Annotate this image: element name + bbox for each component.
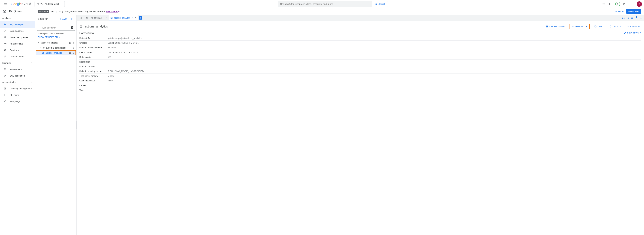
svg-rect-57 (631, 17, 633, 18)
user-avatar[interactable]: D (636, 1, 642, 7)
collapse-panel-button[interactable] (70, 16, 75, 22)
tab-label: actions_analytics (114, 16, 130, 19)
svg-point-47 (74, 52, 74, 52)
svg-point-68 (572, 26, 573, 27)
global-search-button[interactable]: Search (372, 1, 388, 7)
delete-button[interactable]: DELETE (608, 24, 622, 29)
info-icon[interactable] (626, 16, 629, 19)
info-row: Data locationUS (79, 55, 641, 60)
info-value: Jul 24, 2023, 4:56:51 PM UTC-7 (108, 41, 641, 45)
svg-point-36 (74, 42, 74, 42)
edit-details-button[interactable]: EDIT DETAILS (624, 32, 641, 34)
upgrade-button[interactable]: UPGRADE (626, 9, 641, 14)
svg-rect-32 (4, 89, 5, 90)
project-label: ydtak-test-project (41, 42, 58, 44)
help-icon[interactable] (622, 2, 627, 6)
learn-more-link[interactable]: Learn more (106, 10, 120, 13)
keyboard-icon[interactable] (631, 16, 634, 19)
svg-rect-51 (111, 17, 112, 18)
sidebar-item-scheduled-queries[interactable]: Scheduled queries (0, 34, 35, 40)
sidebar-item-label: Data transfers (10, 30, 24, 32)
tree-dataset-row[interactable]: actions_analytics (36, 50, 76, 55)
sidebar-item-partner-center[interactable]: Partner Center (0, 53, 35, 60)
sidebar-item-bi-engine[interactable]: BI Engine (0, 92, 35, 98)
create-table-button[interactable]: CREATE TABLE (545, 24, 566, 29)
sidebar-item-analytics-hub[interactable]: Analytics Hub (0, 40, 35, 47)
svg-point-55 (112, 18, 112, 18)
sidebar-item-label: BI Engine (10, 94, 19, 96)
avatar-initial: D (638, 3, 640, 6)
sidebar-item-policy-tags[interactable]: Policy tags (0, 98, 35, 104)
more-vert-icon[interactable] (630, 2, 634, 6)
info-row: Description (79, 60, 641, 64)
svg-point-10 (604, 4, 604, 4)
left-sidebar: Analysis SQL workspace Data transfers Sc… (0, 15, 36, 235)
help-hint-icon[interactable]: ? (71, 26, 73, 29)
explorer-search-input[interactable] (42, 26, 70, 29)
section-label: Migration (2, 62, 11, 64)
explorer-panel: Explorer ADD ? Viewing workspace resourc… (36, 15, 77, 235)
apps-grid-icon[interactable] (601, 2, 606, 6)
project-name: YDTAK test project (40, 3, 59, 5)
resize-handle[interactable] (76, 121, 77, 129)
close-icon[interactable] (86, 17, 88, 19)
explorer-search[interactable]: ? (37, 24, 75, 31)
dataset-icon (79, 25, 83, 28)
svg-point-27 (6, 56, 6, 56)
cloud-shell-icon[interactable] (608, 2, 613, 6)
section-analysis[interactable]: Analysis (0, 15, 35, 21)
tree-project-row[interactable]: ydtak-test-project (36, 40, 76, 45)
sidebar-item-data-transfers[interactable]: Data transfers (0, 28, 35, 34)
star-icon[interactable] (69, 52, 72, 54)
notifications-badge[interactable]: 1 (615, 2, 620, 6)
sidebar-item-sql-translation[interactable]: SQL translation (0, 72, 35, 79)
sidebar-item-capacity-management[interactable]: Capacity management (0, 85, 35, 92)
close-icon[interactable] (105, 17, 108, 19)
copy-button[interactable]: COPY (593, 24, 605, 29)
project-picker[interactable]: YDTAK test project (34, 1, 65, 7)
chevron-down-icon (60, 3, 63, 6)
more-vert-icon[interactable] (72, 52, 75, 54)
sharing-button[interactable]: SHARING (570, 24, 590, 29)
star-icon[interactable] (69, 41, 72, 44)
svg-point-26 (4, 56, 5, 56)
section-migration[interactable]: Migration (0, 60, 35, 66)
global-search-input[interactable] (280, 3, 370, 6)
show-starred-button[interactable]: SHOW STARRED ONLY (36, 36, 76, 40)
section-label: Analysis (2, 17, 10, 20)
active-tab[interactable]: actions_analytics (109, 15, 138, 21)
home-shortcut-icon[interactable] (622, 16, 625, 19)
chevron-down-icon[interactable] (143, 17, 145, 19)
sidebar-item-label: Policy tags (10, 100, 20, 103)
sidebar-item-sql-workspace[interactable]: SQL workspace (0, 21, 35, 28)
chevron-right-icon (39, 46, 42, 49)
hamburger-icon[interactable] (2, 1, 9, 8)
more-vert-icon[interactable] (72, 42, 75, 44)
more-vert-icon[interactable] (72, 46, 75, 49)
refresh-button[interactable]: REFRESH (626, 24, 641, 29)
tree-external-connections[interactable]: External connections (36, 45, 76, 50)
svg-rect-61 (632, 18, 632, 18)
sidebar-item-dataform[interactable]: Dataform (0, 47, 35, 53)
untitled-tab[interactable]: Untitled (90, 15, 109, 21)
svg-rect-62 (80, 25, 82, 28)
chevron-down-icon (132, 17, 133, 18)
refresh-icon (627, 25, 629, 28)
google-cloud-logo[interactable]: Google Cloud (11, 2, 31, 6)
dismiss-button[interactable]: DISMISS (615, 10, 624, 13)
assessment-icon (4, 68, 6, 71)
info-key: Time travel window (79, 74, 108, 78)
global-search-box[interactable] (278, 1, 372, 7)
section-administration[interactable]: Administration (0, 79, 35, 85)
home-tab[interactable] (78, 15, 90, 21)
fullscreen-icon[interactable] (640, 16, 642, 19)
info-value (108, 60, 641, 64)
new-tab-button[interactable]: + (139, 16, 142, 20)
add-button[interactable]: ADD (58, 16, 68, 21)
content-title: actions_analytics (85, 25, 108, 28)
lightbulb-icon[interactable] (635, 16, 638, 20)
dataset-icon (110, 16, 113, 19)
close-icon[interactable] (134, 16, 136, 19)
sidebar-item-assessment[interactable]: Assessment (0, 66, 35, 72)
hub-icon (4, 42, 6, 45)
